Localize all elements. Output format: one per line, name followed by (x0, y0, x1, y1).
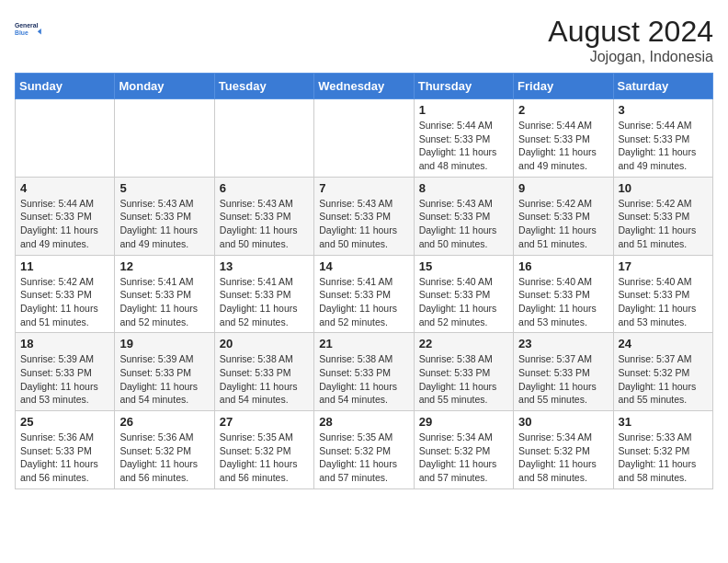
day-number: 30 (518, 415, 608, 429)
logo: GeneralBlue (15, 15, 44, 44)
day-number: 5 (119, 181, 209, 195)
day-number: 26 (119, 415, 209, 429)
location: Jojogan, Indonesia (548, 49, 713, 65)
day-number: 23 (518, 337, 608, 350)
month-year: August 2024 (548, 15, 713, 49)
day-info: Sunrise: 5:37 AM Sunset: 5:33 PM Dayligh… (518, 352, 608, 407)
day-info: Sunrise: 5:38 AM Sunset: 5:33 PM Dayligh… (419, 352, 508, 407)
col-saturday: Saturday (613, 74, 712, 99)
calendar-week-1: 4Sunrise: 5:44 AM Sunset: 5:33 PM Daylig… (16, 177, 713, 255)
day-info: Sunrise: 5:40 AM Sunset: 5:33 PM Dayligh… (518, 275, 608, 329)
col-wednesday: Wednesday (314, 74, 414, 99)
day-info: Sunrise: 5:34 AM Sunset: 5:32 PM Dayligh… (518, 431, 608, 485)
day-info: Sunrise: 5:36 AM Sunset: 5:33 PM Dayligh… (20, 431, 109, 485)
day-number: 17 (619, 259, 708, 273)
day-info: Sunrise: 5:39 AM Sunset: 5:33 PM Dayligh… (20, 352, 109, 407)
day-info: Sunrise: 5:36 AM Sunset: 5:32 PM Dayligh… (119, 431, 209, 485)
table-row: 4Sunrise: 5:44 AM Sunset: 5:33 PM Daylig… (16, 177, 115, 255)
day-info: Sunrise: 5:43 AM Sunset: 5:33 PM Dayligh… (319, 197, 408, 251)
day-info: Sunrise: 5:38 AM Sunset: 5:33 PM Dayligh… (220, 352, 309, 407)
day-number: 10 (619, 181, 708, 195)
day-info: Sunrise: 5:43 AM Sunset: 5:33 PM Dayligh… (119, 197, 209, 251)
table-row: 16Sunrise: 5:40 AM Sunset: 5:33 PM Dayli… (514, 255, 613, 333)
table-row: 5Sunrise: 5:43 AM Sunset: 5:33 PM Daylig… (115, 177, 214, 255)
day-number: 24 (619, 337, 708, 350)
table-row: 18Sunrise: 5:39 AM Sunset: 5:33 PM Dayli… (16, 333, 115, 411)
svg-text:Blue: Blue (15, 29, 28, 36)
table-row: 2Sunrise: 5:44 AM Sunset: 5:33 PM Daylig… (514, 99, 613, 178)
svg-marker-2 (38, 29, 41, 34)
day-number: 14 (319, 259, 408, 273)
day-number: 22 (419, 337, 508, 350)
table-row (115, 99, 214, 178)
day-number: 19 (119, 337, 209, 350)
day-number: 4 (20, 181, 109, 195)
table-row: 21Sunrise: 5:38 AM Sunset: 5:33 PM Dayli… (314, 333, 414, 411)
day-number: 28 (319, 415, 408, 429)
day-info: Sunrise: 5:43 AM Sunset: 5:33 PM Dayligh… (419, 197, 508, 251)
table-row: 10Sunrise: 5:42 AM Sunset: 5:33 PM Dayli… (613, 177, 712, 255)
table-row: 27Sunrise: 5:35 AM Sunset: 5:32 PM Dayli… (214, 411, 313, 489)
table-row: 19Sunrise: 5:39 AM Sunset: 5:33 PM Dayli… (115, 333, 214, 411)
table-row: 30Sunrise: 5:34 AM Sunset: 5:32 PM Dayli… (514, 411, 613, 489)
day-info: Sunrise: 5:35 AM Sunset: 5:32 PM Dayligh… (319, 431, 408, 485)
table-row: 23Sunrise: 5:37 AM Sunset: 5:33 PM Dayli… (514, 333, 613, 411)
day-info: Sunrise: 5:35 AM Sunset: 5:32 PM Dayligh… (220, 431, 309, 485)
day-number: 7 (319, 181, 408, 195)
day-number: 15 (419, 259, 508, 273)
col-thursday: Thursday (414, 74, 513, 99)
calendar-week-0: 1Sunrise: 5:44 AM Sunset: 5:33 PM Daylig… (16, 99, 713, 178)
day-info: Sunrise: 5:44 AM Sunset: 5:33 PM Dayligh… (518, 119, 608, 173)
table-row: 17Sunrise: 5:40 AM Sunset: 5:33 PM Dayli… (613, 255, 712, 333)
day-info: Sunrise: 5:40 AM Sunset: 5:33 PM Dayligh… (619, 275, 708, 329)
col-tuesday: Tuesday (214, 74, 313, 99)
svg-text:General: General (15, 22, 38, 29)
table-row: 1Sunrise: 5:44 AM Sunset: 5:33 PM Daylig… (414, 99, 513, 178)
table-row: 9Sunrise: 5:42 AM Sunset: 5:33 PM Daylig… (514, 177, 613, 255)
day-number: 2 (518, 103, 608, 117)
day-info: Sunrise: 5:34 AM Sunset: 5:32 PM Dayligh… (419, 431, 508, 485)
day-info: Sunrise: 5:41 AM Sunset: 5:33 PM Dayligh… (319, 275, 408, 329)
table-row: 15Sunrise: 5:40 AM Sunset: 5:33 PM Dayli… (414, 255, 513, 333)
day-info: Sunrise: 5:37 AM Sunset: 5:32 PM Dayligh… (619, 352, 708, 407)
calendar-week-4: 25Sunrise: 5:36 AM Sunset: 5:33 PM Dayli… (16, 411, 713, 489)
table-row: 29Sunrise: 5:34 AM Sunset: 5:32 PM Dayli… (414, 411, 513, 489)
day-info: Sunrise: 5:44 AM Sunset: 5:33 PM Dayligh… (419, 119, 508, 173)
col-friday: Friday (514, 74, 613, 99)
table-row (16, 99, 115, 178)
table-row: 22Sunrise: 5:38 AM Sunset: 5:33 PM Dayli… (414, 333, 513, 411)
header-row: Sunday Monday Tuesday Wednesday Thursday… (16, 74, 713, 99)
day-number: 13 (220, 259, 309, 273)
day-info: Sunrise: 5:43 AM Sunset: 5:33 PM Dayligh… (220, 197, 309, 251)
day-info: Sunrise: 5:38 AM Sunset: 5:33 PM Dayligh… (319, 352, 408, 407)
table-row: 12Sunrise: 5:41 AM Sunset: 5:33 PM Dayli… (115, 255, 214, 333)
day-number: 11 (20, 259, 109, 273)
table-row (314, 99, 414, 178)
day-number: 3 (619, 103, 708, 117)
day-number: 6 (220, 181, 309, 195)
table-row: 26Sunrise: 5:36 AM Sunset: 5:32 PM Dayli… (115, 411, 214, 489)
table-row: 8Sunrise: 5:43 AM Sunset: 5:33 PM Daylig… (414, 177, 513, 255)
day-number: 12 (119, 259, 209, 273)
title-block: August 2024 Jojogan, Indonesia (548, 15, 713, 65)
table-row: 24Sunrise: 5:37 AM Sunset: 5:32 PM Dayli… (613, 333, 712, 411)
day-number: 1 (419, 103, 508, 117)
day-info: Sunrise: 5:41 AM Sunset: 5:33 PM Dayligh… (220, 275, 309, 329)
table-row: 7Sunrise: 5:43 AM Sunset: 5:33 PM Daylig… (314, 177, 414, 255)
day-number: 25 (20, 415, 109, 429)
table-row: 11Sunrise: 5:42 AM Sunset: 5:33 PM Dayli… (16, 255, 115, 333)
day-number: 20 (220, 337, 309, 350)
day-number: 21 (319, 337, 408, 350)
table-row: 31Sunrise: 5:33 AM Sunset: 5:32 PM Dayli… (613, 411, 712, 489)
table-row: 3Sunrise: 5:44 AM Sunset: 5:33 PM Daylig… (613, 99, 712, 178)
day-number: 9 (518, 181, 608, 195)
calendar-week-2: 11Sunrise: 5:42 AM Sunset: 5:33 PM Dayli… (16, 255, 713, 333)
day-number: 27 (220, 415, 309, 429)
day-info: Sunrise: 5:42 AM Sunset: 5:33 PM Dayligh… (20, 275, 109, 329)
day-info: Sunrise: 5:39 AM Sunset: 5:33 PM Dayligh… (119, 352, 209, 407)
table-row: 25Sunrise: 5:36 AM Sunset: 5:33 PM Dayli… (16, 411, 115, 489)
table-row: 6Sunrise: 5:43 AM Sunset: 5:33 PM Daylig… (214, 177, 313, 255)
day-info: Sunrise: 5:44 AM Sunset: 5:33 PM Dayligh… (619, 119, 708, 173)
day-info: Sunrise: 5:40 AM Sunset: 5:33 PM Dayligh… (419, 275, 508, 329)
col-monday: Monday (115, 74, 214, 99)
